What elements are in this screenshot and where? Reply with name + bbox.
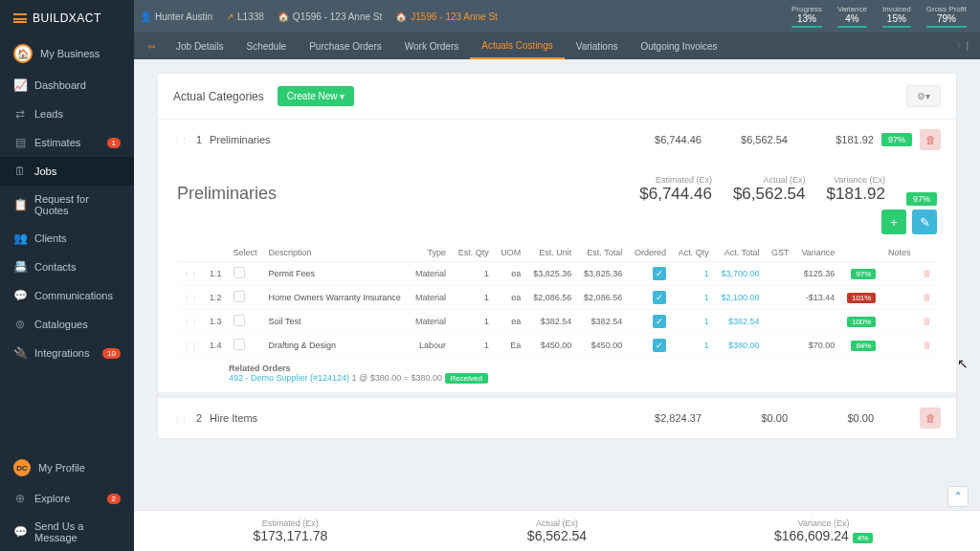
delete-row-button[interactable]: 🗑: [923, 317, 931, 326]
sidebar-item-leads[interactable]: ⇄Leads: [0, 99, 134, 128]
add-item-button[interactable]: +: [881, 209, 906, 234]
settings-button[interactable]: ⚙▾: [906, 85, 941, 107]
sidebar-item-jobs[interactable]: 🗓Jobs: [0, 157, 134, 186]
category-row-1[interactable]: ⋮⋮ 1 Preliminaries $6,744.46 $6,562.54 $…: [158, 119, 956, 160]
content-area: Actual Categories Create New ▾ ⚙▾ ⋮⋮ 1 P…: [134, 59, 980, 510]
drag-handle-icon[interactable]: ⋮⋮: [177, 286, 204, 310]
select-checkbox[interactable]: [234, 315, 245, 326]
related-order-link[interactable]: 492 - Demo Supplier (#124124): [229, 373, 349, 383]
act-qty-link[interactable]: 1: [704, 341, 709, 350]
ordered-check-icon[interactable]: ✓: [653, 315, 666, 328]
category-estimated: $6,744.46: [615, 134, 702, 145]
act-qty-link[interactable]: 1: [704, 269, 709, 278]
est-label: Estimated (Ex): [639, 175, 712, 185]
act-total-link[interactable]: $2,100.00: [722, 293, 760, 302]
delete-category-button[interactable]: 🗑: [920, 408, 941, 429]
delete-category-button[interactable]: 🗑: [920, 129, 941, 150]
sidebar-item-my-business[interactable]: 🏠My Business: [0, 36, 134, 71]
foot-act-value: $6,562.54: [424, 528, 691, 543]
sidebar-item-request-for-quotes[interactable]: 📋Request for Quotes: [0, 186, 134, 224]
foot-var-label: Variance (Ex): [690, 518, 957, 528]
sidebar-item-estimates[interactable]: ▤Estimates1: [0, 128, 134, 157]
select-checkbox[interactable]: [234, 291, 245, 302]
category-estimated: $2,824.37: [615, 412, 702, 424]
sidebar: BUILDXACT 🏠My Business📈Dashboard⇄Leads▤E…: [0, 0, 134, 551]
col-variance: Variance: [795, 244, 841, 262]
metric-gross profit: Gross Profit79%: [926, 5, 967, 28]
related-orders: Related Orders 492 - Demo Supplier (#124…: [177, 358, 937, 388]
category-variance: $0.00: [788, 412, 874, 424]
delete-row-button[interactable]: 🗑: [923, 341, 931, 350]
var-value: $181.92: [827, 185, 885, 204]
select-checkbox[interactable]: [234, 267, 245, 278]
drag-handle-icon[interactable]: ⋮⋮: [173, 136, 189, 144]
sidebar-item-send-us-a-message[interactable]: 💬Send Us a Message: [0, 513, 134, 551]
edit-button[interactable]: ✎: [912, 209, 937, 234]
category-actual: $0.00: [702, 412, 788, 424]
category-variance: $181.92: [788, 134, 874, 145]
table-row: ⋮⋮1.1Permit FeesMaterial1ea$3,825.36$3,8…: [177, 262, 937, 286]
foot-est-label: Estimated (Ex): [157, 518, 424, 528]
act-qty-link[interactable]: 1: [704, 317, 709, 326]
sidebar-item-communications[interactable]: 💬Communications: [0, 281, 134, 310]
ordered-check-icon[interactable]: ✓: [653, 291, 666, 304]
table-row: ⋮⋮1.4Drafting & DesignLabour1Ea$450.00$4…: [177, 334, 937, 358]
breadcrumb[interactable]: 👤 Hunter Austin: [140, 11, 212, 22]
delete-row-button[interactable]: 🗑: [923, 293, 931, 302]
act-total-link[interactable]: $380.00: [728, 341, 760, 350]
tab-purchase-orders[interactable]: Purchase Orders: [298, 33, 393, 59]
act-total-link[interactable]: $382.54: [728, 317, 760, 326]
ordered-check-icon[interactable]: ✓: [653, 267, 666, 280]
status-received: Received: [445, 373, 488, 384]
tab-job-details[interactable]: Job Details: [165, 33, 234, 59]
menu-icon[interactable]: [13, 13, 27, 23]
category-detail: Preliminaries Estimated (Ex)$6,744.46 Ac…: [158, 160, 956, 392]
sidebar-item-explore[interactable]: ⊕Explore2: [0, 484, 134, 513]
foot-var-pill: 4%: [853, 533, 874, 543]
col-etotal: Est. Total: [577, 244, 628, 262]
delete-row-button[interactable]: 🗑: [923, 269, 931, 278]
drag-handle-icon[interactable]: ⋮⋮: [177, 334, 204, 358]
act-qty-link[interactable]: 1: [704, 293, 709, 302]
tab-work-orders[interactable]: Work Orders: [393, 33, 471, 59]
items-table: Select Description Type Est. Qty UOM Est…: [177, 244, 937, 358]
foot-act-label: Actual (Ex): [424, 518, 691, 528]
act-total-link[interactable]: $3,700.00: [722, 269, 760, 278]
category-number: 2: [196, 412, 210, 424]
drag-handle-icon[interactable]: ⋮⋮: [177, 310, 204, 334]
sidebar-item-catalogues[interactable]: ⊚Catalogues: [0, 310, 134, 339]
tab-schedule[interactable]: Schedule: [234, 33, 298, 59]
breadcrumb[interactable]: 🏠 J1596 - 123 Anne St: [395, 11, 498, 22]
sidebar-item-clients[interactable]: 👥Clients: [0, 224, 134, 253]
create-new-button[interactable]: Create New ▾: [278, 86, 355, 106]
drag-handle-icon[interactable]: ⋮⋮: [177, 262, 204, 286]
related-title: Related Orders: [229, 364, 931, 373]
tab-outgoing-invoices[interactable]: Outgoing Invoices: [629, 33, 728, 59]
category-row-2[interactable]: ⋮⋮ 2 Hire Items $2,824.37 $0.00 $0.00 🗑: [158, 392, 956, 438]
variance-pill: 97%: [851, 269, 876, 279]
back-icon[interactable]: ⇦: [138, 41, 165, 52]
category-number: 1: [196, 134, 210, 145]
sidebar-item-my-profile[interactable]: DCMy Profile: [0, 452, 134, 484]
forward-icon[interactable]: 〉|: [948, 39, 976, 53]
tab-bar: ⇦ Job DetailsSchedulePurchase OrdersWork…: [134, 33, 980, 59]
sidebar-item-integrations[interactable]: 🔌Integrations10: [0, 339, 134, 367]
ordered-check-icon[interactable]: ✓: [653, 339, 666, 352]
drag-handle-icon[interactable]: ⋮⋮: [173, 414, 189, 423]
table-row: ⋮⋮1.2Home Owners Warranty InsuranceMater…: [177, 286, 937, 310]
breadcrumb[interactable]: 🏠 Q1596 - 123 Anne St: [278, 11, 382, 22]
sidebar-item-dashboard[interactable]: 📈Dashboard: [0, 71, 134, 99]
sidebar-item-contacts[interactable]: 📇Contacts: [0, 253, 134, 281]
foot-var-value: $166,609.24: [774, 528, 849, 543]
var-label: Variance (Ex): [827, 175, 885, 185]
brand-name: BUILDXACT: [33, 11, 101, 25]
breadcrumb[interactable]: ↗ L1338: [226, 11, 264, 22]
col-select: Select: [228, 244, 263, 262]
progress-badge: 97%: [881, 133, 912, 146]
scroll-top-button[interactable]: ⌃: [947, 486, 969, 507]
select-checkbox[interactable]: [234, 339, 245, 350]
act-label: Actual (Ex): [733, 175, 806, 185]
tab-variations[interactable]: Variations: [565, 33, 630, 59]
tab-actuals-costings[interactable]: Actuals Costings: [470, 33, 564, 59]
app-logo: BUILDXACT: [0, 0, 134, 36]
